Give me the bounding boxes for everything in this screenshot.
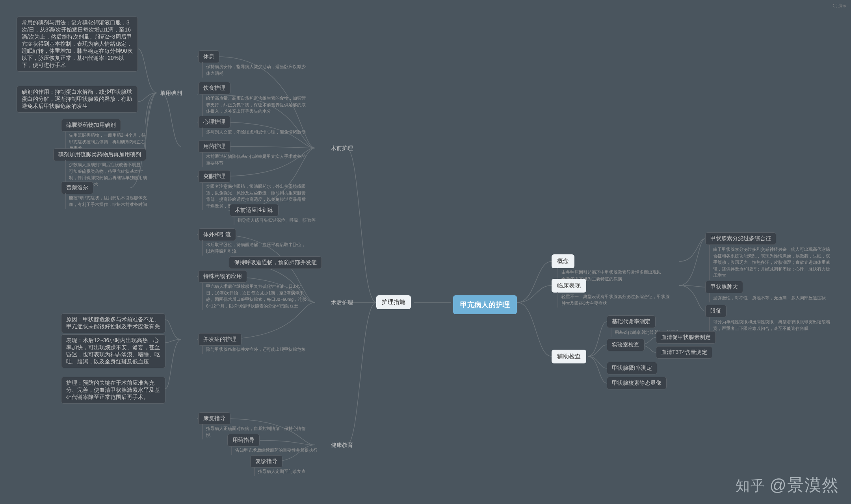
propranolol-desc: 能控制甲亢症状，且用药后不引起腺体充血，有利于手术操作，缩短术前准备时间 <box>65 193 148 209</box>
postop-label: 术后护理 <box>331 299 353 306</box>
bmr-node[interactable]: 基础代谢率测定 <box>607 315 656 328</box>
comp-care-node[interactable]: 护理：预防的关键在于术前应准备充分、完善，使血清甲状腺激素水平及基础代谢率降至正… <box>61 377 165 404</box>
special-drug-node[interactable]: 特殊药物的应用 <box>198 270 247 283</box>
t3t4-node[interactable]: 血清T3T4含量测定 <box>656 346 712 359</box>
goiter-node[interactable]: 甲状腺肿大 <box>705 281 743 293</box>
preop-label: 术前护理 <box>331 145 353 152</box>
comp-manifest-node[interactable]: 表现：术后12~36小时内出现高热、心率加快，可出现烦躁不安、谵妄，甚至昏迷，也… <box>61 334 165 368</box>
preop-training-node[interactable]: 术前适应性训练 <box>230 204 279 217</box>
goiter-desc: 呈弥漫性，对称性，质地不等，无压痛，多人局部压迫症状 <box>709 293 826 302</box>
watermark: 知乎知乎 @景漠然@景漠然 <box>736 474 839 496</box>
psych-desc: 多与别人交流，消除顾虑和恐惧心理，避免情绪激动 <box>202 128 306 137</box>
rehab-node[interactable]: 康复指导 <box>198 412 230 425</box>
tsh-node[interactable]: 血清促甲状腺素测定 <box>656 331 716 344</box>
lab-node[interactable]: 实验室检查 <box>607 339 645 351</box>
propranolol-node[interactable]: 普萘洛尔 <box>61 182 93 194</box>
airway-node[interactable]: 保持呼吸道通畅，预防肺部并发症 <box>229 256 322 269</box>
health-edu-label: 健康教育 <box>331 442 353 449</box>
fullscreen-icon[interactable]: ⛶ 演示 <box>833 3 846 9</box>
drug-guide-desc: 告知甲亢术后继续服药的重要性并督促执行 <box>231 446 318 455</box>
complication-desc: 除与甲状腺癌相似并发症外，还可能出现甲状腺危象 <box>202 345 306 354</box>
root-node[interactable]: 甲亢病人的护理 <box>453 295 517 314</box>
iodine-uptake-node[interactable]: 甲状腺摄I率测定 <box>607 362 657 374</box>
rest-desc: 保持病房安静，指导病人减少活动，适当卧床以减少体力消耗 <box>202 62 308 78</box>
diet-desc: 给予高热量、高蛋白质和富含维生素的食物，加强营养支持，纠正负氮平衡，保证术前营养… <box>202 94 308 116</box>
med-desc: 术前通过药物降低基础代谢率是甲亢病人手术准备的重要环节 <box>202 152 308 167</box>
thiourea-iodine-node[interactable]: 硫脲类药物加用碘剂 <box>61 119 121 132</box>
med-node[interactable]: 用药护理 <box>198 140 230 153</box>
drainage-desc: 术后取平卧位，待病醒清醒、血压平稳后取半卧位，以利呼吸和引流 <box>202 240 308 256</box>
followup-node[interactable]: 复诊指导 <box>250 455 282 468</box>
iodine-only-label: 单用碘剂 <box>160 90 182 97</box>
comp-reason-node[interactable]: 原因：甲状腺危象多与术前准备不足、甲亢症状未能很好控制及手术应激有关 <box>61 313 165 333</box>
concept-node[interactable]: 概念 <box>552 254 574 268</box>
iodine-action-node[interactable]: 碘剂的作用：抑制蛋白水解酶，减少甲状腺球蛋白的分解，逐渐抑制甲状腺素的释放，有助… <box>17 86 138 113</box>
psych-node[interactable]: 心理护理 <box>198 116 230 128</box>
complication-node[interactable]: 并发症的护理 <box>198 333 242 346</box>
drug-guide-node[interactable]: 用药指导 <box>227 434 260 447</box>
scint-node[interactable]: 甲状腺核素静态显像 <box>607 377 667 389</box>
eye-care-node[interactable]: 突眼护理 <box>198 170 230 183</box>
clinical-node[interactable]: 临床表现 <box>552 279 586 293</box>
root-label: 甲亢病人的护理 <box>460 301 510 309</box>
eye-node[interactable]: 眼征 <box>705 305 727 317</box>
iodine-usage-node[interactable]: 常用的碘剂与用法：复方碘化钾溶液口服，3次/日，从3滴/次开始逐日每次增加1滴，… <box>17 17 138 72</box>
diet-node[interactable]: 饮食护理 <box>198 82 230 94</box>
clinical-desc: 轻重不一，典型表现有甲状腺素分泌过多综合征，甲状腺肿大及眼征3大主要症状 <box>557 292 672 308</box>
followup-desc: 指导病人定期至门诊复查 <box>254 467 306 476</box>
eye-desc: 可分为单纯性突眼和浸润性突眼，典型者双眼眼球突出结裂增宽，严重者上下眼睑难以闭合… <box>709 317 831 333</box>
rest-node[interactable]: 休息 <box>198 50 219 63</box>
drainage-node[interactable]: 体外和引流 <box>198 228 236 241</box>
aux-exam-node[interactable]: 辅助检查 <box>552 350 586 363</box>
zhihu-logo: 知乎 <box>736 478 766 494</box>
iodine-thiourea-iodine-node[interactable]: 碘剂加用硫脲类药物后再加用碘剂 <box>53 148 146 161</box>
care-measures-node[interactable]: 护理措施 <box>376 295 411 309</box>
syndrome-desc: 由于甲状腺素分泌过多和交感神经兴奋，病人可出现高代谢综合征和各系统功能紊乱，表现… <box>709 245 831 280</box>
preop-training-desc: 指导病人练习头低过深位、呼吸、咳嗽等 <box>234 216 316 225</box>
special-drug-desc: 甲亢病人术后仍继续服用复方碘化钾溶液，日3次/日，16滴/次开始，次日每次减少1… <box>202 282 308 310</box>
syndrome-node[interactable]: 甲状腺素分泌过多综合征 <box>705 232 776 245</box>
